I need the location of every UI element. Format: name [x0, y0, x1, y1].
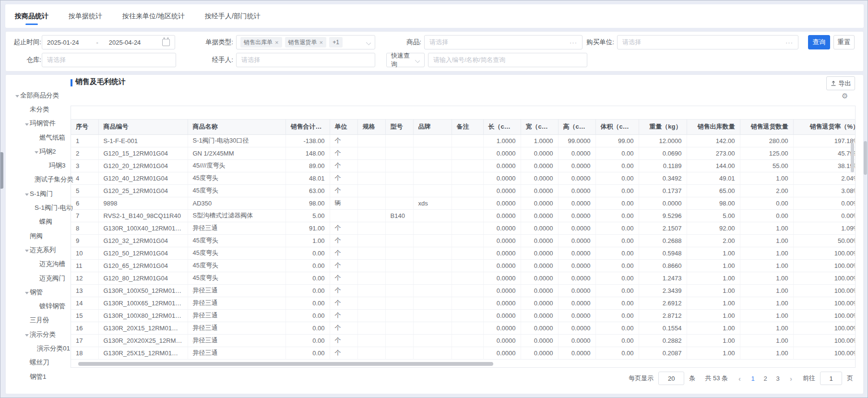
table-cell: 0.00	[595, 172, 639, 184]
table-cell: 1.00	[285, 234, 330, 247]
ellipsis-icon[interactable]: ···	[570, 39, 577, 46]
caret-down-icon[interactable]	[25, 331, 30, 338]
tree-item-12[interactable]: 迈克系列	[10, 243, 70, 257]
tree-item-9[interactable]: S-1阀门-电动	[10, 201, 70, 215]
tree-item-6[interactable]: 玛钢3	[10, 158, 70, 172]
table-row[interactable]: 18G130R_25X15_12RM01G04异径三通0.00个0.00000.…	[71, 347, 856, 359]
tag-close-icon[interactable]: ×	[320, 39, 323, 46]
quick-query-dropdown[interactable]: 快速查询	[386, 53, 425, 67]
tree-item-13[interactable]: 迈克沟槽	[10, 257, 70, 271]
goto-page-input[interactable]: 1	[820, 372, 842, 385]
table-row[interactable]: 2G120_15_12RM01G04GN 1/2X45MM148.00个0.00…	[71, 147, 856, 159]
tree-item-7[interactable]: 测试子集分类	[10, 173, 70, 187]
table-cell	[452, 297, 483, 309]
caret-down-icon[interactable]	[25, 246, 30, 253]
export-button[interactable]: 导出	[826, 76, 855, 90]
table-row[interactable]: 4G120_40_12RM01G0445度弯头48.01个0.00000.000…	[71, 172, 856, 184]
table-cell	[385, 247, 413, 259]
tree-item-2[interactable]: 未分类	[10, 102, 70, 116]
column-header-10: 长（cm）	[483, 120, 521, 134]
gear-icon[interactable]: ⚙	[842, 92, 848, 99]
table-row[interactable]: 13G130R_100X50_12RM01G04异径三通0.00个0.00000…	[71, 284, 856, 297]
tree-item-11[interactable]: 闸阀	[10, 229, 70, 243]
table-cell	[357, 234, 385, 247]
table-row[interactable]: 17G130R_20X20X25_12RM01G...异径三通0.00个0.00…	[71, 334, 856, 347]
table-cell: 18	[71, 347, 98, 359]
table-cell: 2.00	[740, 184, 793, 197]
tree-item-17[interactable]: 三月份	[10, 314, 70, 327]
page-unit: 页	[847, 374, 853, 383]
tag-close-icon[interactable]: ×	[275, 39, 279, 46]
table-row[interactable]: 10G120_50_12RM01G0445度弯头0.00个0.00000.000…	[71, 247, 856, 259]
per-page-input[interactable]: 20	[658, 372, 684, 385]
horizontal-scrollbar[interactable]	[78, 362, 493, 366]
table-cell: 0.0000	[558, 184, 595, 197]
date-start[interactable]: 2025-01-24	[47, 39, 79, 46]
table-row[interactable]: 7RVS2-1_B140_98CQ11R40S型沟槽式过滤器阀体5.00B140…	[71, 209, 856, 222]
warehouse-select[interactable]: 请选择	[42, 53, 176, 67]
table-row[interactable]: 9G120_32_12RM01G0445度弯头1.00个0.00000.0000…	[71, 234, 856, 247]
tree-item-4[interactable]: 燃气纸箱	[10, 131, 70, 145]
doc-type-more-tag[interactable]: +1	[329, 37, 343, 48]
tab-2[interactable]: 按单据统计	[68, 5, 103, 27]
ellipsis-icon[interactable]: ···	[785, 39, 793, 46]
tree-item-15[interactable]: 钢管	[10, 285, 70, 299]
tab-1[interactable]: 按商品统计	[14, 5, 49, 27]
table-row[interactable]: 1S-1-F-E-001S-1阀门-电动30口径-138.00个1.00001.…	[71, 134, 856, 147]
doc-type-tag[interactable]: 销售出库单×	[240, 37, 282, 48]
left-edge-scroll-handle[interactable]	[0, 152, 3, 189]
right-edge-scrollbar[interactable]	[864, 141, 867, 175]
table-row[interactable]: 14G130R_100X65_12RM01G04异径三通0.00个0.00000…	[71, 297, 856, 309]
table-cell	[452, 234, 483, 247]
table-row[interactable]: 15G130R_100X80_12RM01G04异径三通0.00个0.00000…	[71, 309, 856, 322]
prev-page-arrow[interactable]: ‹	[737, 374, 743, 383]
handler-select[interactable]: 请选择	[236, 53, 375, 67]
table-cell	[385, 172, 413, 184]
reset-button[interactable]: 重置	[833, 35, 855, 49]
date-end[interactable]: 2025-04-24	[109, 39, 141, 46]
tree-item-3[interactable]: 玛钢管件	[10, 117, 70, 131]
tab-4[interactable]: 按经手人/部门统计	[204, 5, 262, 27]
tree-item-18[interactable]: 演示分类	[10, 327, 70, 341]
table-cell: 0.0000	[558, 347, 595, 359]
tree-item-5[interactable]: 玛钢2	[10, 145, 70, 158]
table-row[interactable]: 5G120_25_12RM01G0445度弯头63.00个0.00000.000…	[71, 184, 856, 197]
next-page-arrow[interactable]: ›	[788, 374, 794, 383]
table-cell: 0.0000	[521, 172, 558, 184]
table-cell: 异径三通	[188, 309, 285, 322]
tree-item-21[interactable]: 钢管1	[10, 370, 70, 384]
caret-down-icon[interactable]	[15, 92, 20, 99]
caret-down-icon[interactable]	[35, 148, 39, 155]
table-row[interactable]: 16G130R_20X15_12RM01G04异径三通0.00个0.00000.…	[71, 322, 856, 334]
doc-type-tag[interactable]: 销售退货单×	[285, 37, 327, 48]
table-row[interactable]: 69898AD35098.00辆xds0.00000.00000.00000.0…	[71, 197, 856, 209]
table-row[interactable]: 11G120_65_12RM01G0445度弯头0.00个0.00000.000…	[71, 259, 856, 272]
tree-item-8[interactable]: S-1阀门	[10, 187, 70, 201]
caret-down-icon[interactable]	[25, 289, 30, 296]
caret-down-icon[interactable]	[25, 190, 30, 197]
tree-item-16[interactable]: 镀锌钢管	[10, 299, 70, 313]
page-1[interactable]: 1	[748, 375, 758, 382]
keyword-input[interactable]: 请输入编号/名称/简名查询	[428, 53, 587, 67]
table-row[interactable]: 12G120_80_12RM01G0445度弯头0.00个0.00000.000…	[71, 272, 856, 284]
tree-item-10[interactable]: 蝶阀	[10, 215, 70, 229]
tree-item-14[interactable]: 迈克阀门	[10, 271, 70, 285]
table-row[interactable]: 3G120_20_12RM01G0445////度弯头89.00个0.00000…	[71, 159, 856, 172]
doc-type-select[interactable]: 销售出库单×销售退货单×+1	[236, 35, 375, 49]
tab-3[interactable]: 按往来单位/地区统计	[121, 5, 186, 27]
caret-down-icon[interactable]	[25, 120, 30, 127]
tree-item-19[interactable]: 演示分类01	[10, 341, 70, 355]
tree-item-1[interactable]: 全部商品分类	[10, 88, 70, 102]
table-row[interactable]: 8G130R_100X40_12RM01G04异径三通91.00个0.00000…	[71, 222, 856, 234]
page-2[interactable]: 2	[760, 375, 771, 382]
search-button[interactable]: 查询	[808, 35, 830, 49]
page-3[interactable]: 3	[773, 375, 783, 382]
table-cell: 0.0000	[483, 322, 521, 334]
buyer-select[interactable]: 请选择 ···	[617, 35, 798, 49]
table-cell: 0.0000	[483, 334, 521, 347]
product-select[interactable]: 请选择 ···	[424, 35, 583, 49]
tree-item-20[interactable]: 螺丝刀	[10, 356, 70, 370]
pagination: 每页显示 20 条 共 53 条 ‹ 123 › 前往 1 页	[629, 371, 853, 386]
vertical-scrollbar[interactable]	[851, 143, 854, 172]
date-range-input[interactable]: 2025-01-24 - 2025-04-24	[42, 35, 175, 49]
